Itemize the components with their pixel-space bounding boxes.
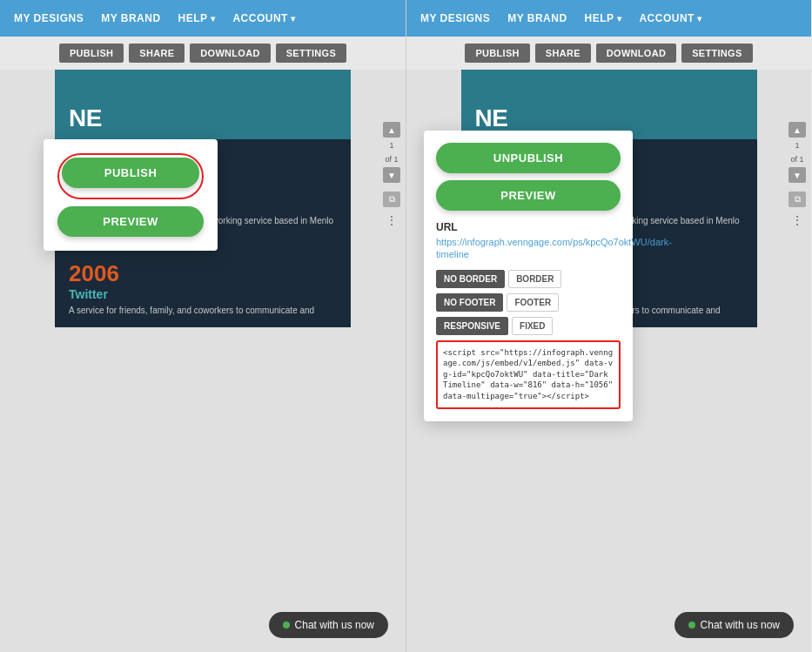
publish-popup-right: UNPUBLISH PREVIEW URL https://infograph.… [424, 131, 633, 421]
download-toolbar-btn-right[interactable]: DOWNLOAD [596, 44, 676, 63]
infographic-header-right: NE [461, 70, 757, 139]
scroll-down-left[interactable]: ▼ [383, 167, 400, 183]
border-btn[interactable]: BORDER [508, 270, 561, 288]
footer-toggle-group: NO FOOTER FOOTER [436, 293, 621, 312]
scroll-up-right[interactable]: ▲ [789, 122, 806, 138]
chat-btn-left[interactable]: Chat with us now [269, 612, 388, 638]
publish-toolbar-btn-right[interactable]: PUBLISH [465, 44, 529, 63]
toolbar-right: PUBLISH SHARE DOWNLOAD SETTINGS [406, 37, 811, 70]
nav-my-brand[interactable]: MY BRAND [101, 12, 160, 24]
page-total-right: of 1 [790, 153, 803, 165]
canvas-left: NE atforms 2004 Facebook An online socia… [0, 70, 406, 652]
page-num-left: 1 [389, 139, 393, 151]
publish-toolbar-btn-left[interactable]: PUBLISH [59, 44, 124, 63]
scroll-up-left[interactable]: ▲ [383, 122, 400, 138]
url-label: URL [436, 221, 621, 233]
url-section: URL https://infograph.venngage.com/ps/kp… [436, 221, 621, 261]
copy-btn-left[interactable]: ⧉ [383, 192, 400, 207]
company-twitter-left: Twitter [69, 287, 337, 301]
canvas-right: NE atforms 2004 Facebook An online socia… [406, 70, 811, 652]
infographic-header-left: NE [55, 70, 351, 139]
unpublish-btn[interactable]: UNPUBLISH [436, 143, 621, 173]
preview-green-btn-left[interactable]: PREVIEW [57, 206, 204, 237]
publish-highlight-border: PUBLISH [57, 153, 204, 199]
share-toolbar-btn-right[interactable]: SHARE [535, 44, 591, 63]
chat-btn-right[interactable]: Chat with us now [674, 612, 794, 638]
nav-my-designs[interactable]: MY DESIGNS [14, 12, 84, 24]
nav-help[interactable]: HELP [178, 12, 216, 24]
fixed-btn[interactable]: FIXED [512, 317, 553, 335]
nav-my-designs-right[interactable]: MY DESIGNS [420, 12, 490, 24]
infographic-header-text-right: NE [475, 104, 508, 132]
nav-my-brand-right[interactable]: MY BRAND [507, 12, 567, 24]
infographic-header-text-left: NE [69, 104, 102, 132]
embed-code-box[interactable]: <script src="https://infograph.venngage.… [436, 340, 621, 409]
chat-dot-right [688, 622, 695, 628]
infographic-item-2-left: 2006 Twitter A service for friends, fami… [55, 250, 351, 327]
year-2006-left: 2006 [69, 260, 337, 287]
page-num-right: 1 [795, 139, 799, 151]
url-link[interactable]: https://infograph.venngage.com/ps/kpcQo7… [436, 236, 621, 261]
scroll-controls-left: ▲ 1 of 1 ▼ ⧉ ⋮ [383, 122, 400, 228]
chat-label-left: Chat with us now [295, 619, 374, 631]
nav-bar-left: MY DESIGNS MY BRAND HELP ACCOUNT [0, 0, 406, 37]
share-toolbar-btn-left[interactable]: SHARE [129, 44, 185, 63]
nav-account-right[interactable]: ACCOUNT [639, 12, 701, 24]
settings-toolbar-btn-right[interactable]: SETTINGS [681, 44, 752, 63]
page-total-left: of 1 [385, 153, 398, 165]
nav-help-right[interactable]: HELP [585, 12, 622, 24]
chat-label-right: Chat with us now [701, 619, 780, 631]
responsive-btn[interactable]: RESPONSIVE [436, 317, 508, 335]
footer-btn[interactable]: FOOTER [507, 293, 559, 312]
scroll-controls-right: ▲ 1 of 1 ▼ ⧉ ⋮ [789, 122, 806, 228]
chat-dot-left [283, 622, 290, 628]
panel-right: MY DESIGNS MY BRAND HELP ACCOUNT PUBLISH… [406, 0, 811, 652]
panel-left: MY DESIGNS MY BRAND HELP ACCOUNT PUBLISH… [0, 0, 406, 652]
border-toggle-group: NO BORDER BORDER [436, 270, 621, 288]
preview-btn-right[interactable]: PREVIEW [436, 180, 621, 211]
more-btn-left[interactable]: ⋮ [383, 212, 400, 228]
toolbar-left: PUBLISH SHARE DOWNLOAD SETTINGS [0, 37, 406, 70]
no-footer-btn[interactable]: NO FOOTER [436, 293, 503, 312]
publish-popup-left: PUBLISH PREVIEW [44, 139, 218, 251]
download-toolbar-btn-left[interactable]: DOWNLOAD [190, 44, 270, 63]
scroll-down-right[interactable]: ▼ [789, 167, 806, 183]
nav-bar-right: MY DESIGNS MY BRAND HELP ACCOUNT [406, 0, 811, 37]
size-toggle-group: RESPONSIVE FIXED [436, 317, 621, 335]
settings-toolbar-btn-left[interactable]: SETTINGS [276, 44, 346, 63]
desc-twitter-left: A service for friends, family, and cowor… [69, 305, 337, 317]
nav-account[interactable]: ACCOUNT [232, 12, 295, 24]
more-btn-right[interactable]: ⋮ [789, 212, 806, 228]
no-border-btn[interactable]: NO BORDER [436, 270, 505, 288]
publish-green-btn[interactable]: PUBLISH [62, 158, 199, 188]
copy-btn-right[interactable]: ⧉ [789, 192, 806, 207]
